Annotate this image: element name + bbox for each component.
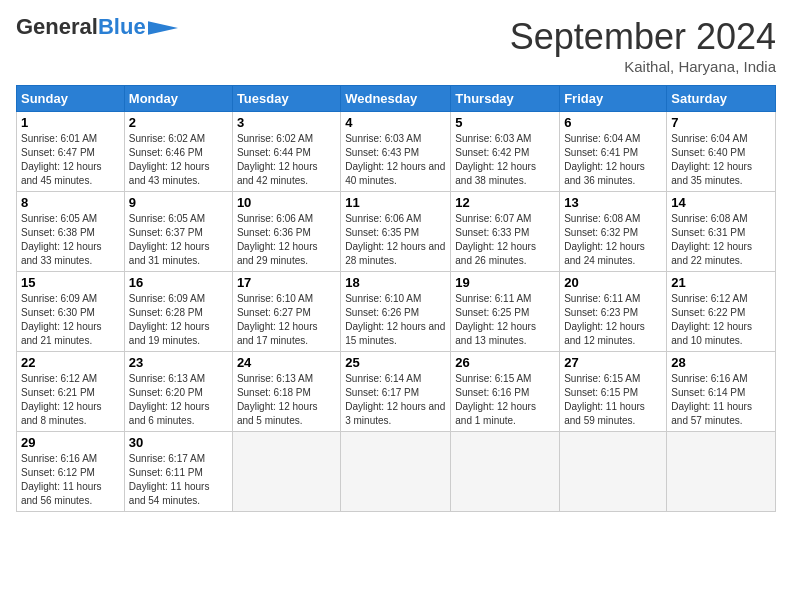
day-info: Sunrise: 6:04 AMSunset: 6:40 PMDaylight:… [671, 132, 771, 188]
table-row: 10 Sunrise: 6:06 AMSunset: 6:36 PMDaylig… [232, 192, 340, 272]
header: GeneralBlue September 2024 Kaithal, Hary… [16, 16, 776, 75]
day-info: Sunrise: 6:08 AMSunset: 6:31 PMDaylight:… [671, 212, 771, 268]
month-title: September 2024 [510, 16, 776, 58]
day-info: Sunrise: 6:16 AMSunset: 6:14 PMDaylight:… [671, 372, 771, 428]
table-row: 18 Sunrise: 6:10 AMSunset: 6:26 PMDaylig… [341, 272, 451, 352]
day-info: Sunrise: 6:15 AMSunset: 6:16 PMDaylight:… [455, 372, 555, 428]
table-row: 22 Sunrise: 6:12 AMSunset: 6:21 PMDaylig… [17, 352, 125, 432]
table-row: 3 Sunrise: 6:02 AMSunset: 6:44 PMDayligh… [232, 112, 340, 192]
day-number: 3 [237, 115, 336, 130]
day-number: 30 [129, 435, 228, 450]
day-number: 21 [671, 275, 771, 290]
day-info: Sunrise: 6:02 AMSunset: 6:44 PMDaylight:… [237, 132, 336, 188]
col-wednesday: Wednesday [341, 86, 451, 112]
table-row: 2 Sunrise: 6:02 AMSunset: 6:46 PMDayligh… [124, 112, 232, 192]
day-number: 18 [345, 275, 446, 290]
col-friday: Friday [560, 86, 667, 112]
day-number: 25 [345, 355, 446, 370]
day-info: Sunrise: 6:11 AMSunset: 6:25 PMDaylight:… [455, 292, 555, 348]
table-row: 13 Sunrise: 6:08 AMSunset: 6:32 PMDaylig… [560, 192, 667, 272]
day-number: 9 [129, 195, 228, 210]
table-row: 14 Sunrise: 6:08 AMSunset: 6:31 PMDaylig… [667, 192, 776, 272]
table-row: 12 Sunrise: 6:07 AMSunset: 6:33 PMDaylig… [451, 192, 560, 272]
table-row: 8 Sunrise: 6:05 AMSunset: 6:38 PMDayligh… [17, 192, 125, 272]
day-number: 16 [129, 275, 228, 290]
day-number: 5 [455, 115, 555, 130]
day-number: 10 [237, 195, 336, 210]
table-row: 1 Sunrise: 6:01 AMSunset: 6:47 PMDayligh… [17, 112, 125, 192]
day-number: 15 [21, 275, 120, 290]
table-row: 27 Sunrise: 6:15 AMSunset: 6:15 PMDaylig… [560, 352, 667, 432]
day-info: Sunrise: 6:13 AMSunset: 6:18 PMDaylight:… [237, 372, 336, 428]
table-row: 25 Sunrise: 6:14 AMSunset: 6:17 PMDaylig… [341, 352, 451, 432]
table-row: 6 Sunrise: 6:04 AMSunset: 6:41 PMDayligh… [560, 112, 667, 192]
table-row: 15 Sunrise: 6:09 AMSunset: 6:30 PMDaylig… [17, 272, 125, 352]
day-info: Sunrise: 6:11 AMSunset: 6:23 PMDaylight:… [564, 292, 662, 348]
day-info: Sunrise: 6:09 AMSunset: 6:30 PMDaylight:… [21, 292, 120, 348]
table-row: 23 Sunrise: 6:13 AMSunset: 6:20 PMDaylig… [124, 352, 232, 432]
day-info: Sunrise: 6:05 AMSunset: 6:37 PMDaylight:… [129, 212, 228, 268]
day-number: 17 [237, 275, 336, 290]
day-info: Sunrise: 6:13 AMSunset: 6:20 PMDaylight:… [129, 372, 228, 428]
table-row [451, 432, 560, 512]
day-number: 27 [564, 355, 662, 370]
table-row: 5 Sunrise: 6:03 AMSunset: 6:42 PMDayligh… [451, 112, 560, 192]
col-monday: Monday [124, 86, 232, 112]
day-info: Sunrise: 6:06 AMSunset: 6:36 PMDaylight:… [237, 212, 336, 268]
day-info: Sunrise: 6:02 AMSunset: 6:46 PMDaylight:… [129, 132, 228, 188]
calendar-header-row: Sunday Monday Tuesday Wednesday Thursday… [17, 86, 776, 112]
svg-marker-0 [148, 21, 178, 35]
day-number: 2 [129, 115, 228, 130]
col-thursday: Thursday [451, 86, 560, 112]
day-number: 14 [671, 195, 771, 210]
day-info: Sunrise: 6:07 AMSunset: 6:33 PMDaylight:… [455, 212, 555, 268]
location: Kaithal, Haryana, India [510, 58, 776, 75]
day-number: 7 [671, 115, 771, 130]
day-number: 22 [21, 355, 120, 370]
day-info: Sunrise: 6:14 AMSunset: 6:17 PMDaylight:… [345, 372, 446, 428]
day-info: Sunrise: 6:15 AMSunset: 6:15 PMDaylight:… [564, 372, 662, 428]
table-row: 19 Sunrise: 6:11 AMSunset: 6:25 PMDaylig… [451, 272, 560, 352]
calendar-week-row: 29 Sunrise: 6:16 AMSunset: 6:12 PMDaylig… [17, 432, 776, 512]
logo: GeneralBlue [16, 16, 178, 38]
day-info: Sunrise: 6:04 AMSunset: 6:41 PMDaylight:… [564, 132, 662, 188]
calendar-table: Sunday Monday Tuesday Wednesday Thursday… [16, 85, 776, 512]
table-row: 16 Sunrise: 6:09 AMSunset: 6:28 PMDaylig… [124, 272, 232, 352]
day-number: 4 [345, 115, 446, 130]
table-row [341, 432, 451, 512]
calendar-week-row: 15 Sunrise: 6:09 AMSunset: 6:30 PMDaylig… [17, 272, 776, 352]
table-row: 30 Sunrise: 6:17 AMSunset: 6:11 PMDaylig… [124, 432, 232, 512]
table-row: 26 Sunrise: 6:15 AMSunset: 6:16 PMDaylig… [451, 352, 560, 432]
table-row: 17 Sunrise: 6:10 AMSunset: 6:27 PMDaylig… [232, 272, 340, 352]
day-info: Sunrise: 6:10 AMSunset: 6:27 PMDaylight:… [237, 292, 336, 348]
day-info: Sunrise: 6:10 AMSunset: 6:26 PMDaylight:… [345, 292, 446, 348]
day-info: Sunrise: 6:16 AMSunset: 6:12 PMDaylight:… [21, 452, 120, 508]
day-number: 20 [564, 275, 662, 290]
day-number: 8 [21, 195, 120, 210]
table-row: 7 Sunrise: 6:04 AMSunset: 6:40 PMDayligh… [667, 112, 776, 192]
day-number: 19 [455, 275, 555, 290]
table-row: 21 Sunrise: 6:12 AMSunset: 6:22 PMDaylig… [667, 272, 776, 352]
day-info: Sunrise: 6:06 AMSunset: 6:35 PMDaylight:… [345, 212, 446, 268]
day-number: 6 [564, 115, 662, 130]
table-row: 24 Sunrise: 6:13 AMSunset: 6:18 PMDaylig… [232, 352, 340, 432]
day-number: 13 [564, 195, 662, 210]
table-row: 29 Sunrise: 6:16 AMSunset: 6:12 PMDaylig… [17, 432, 125, 512]
table-row [667, 432, 776, 512]
table-row: 20 Sunrise: 6:11 AMSunset: 6:23 PMDaylig… [560, 272, 667, 352]
table-row: 28 Sunrise: 6:16 AMSunset: 6:14 PMDaylig… [667, 352, 776, 432]
col-tuesday: Tuesday [232, 86, 340, 112]
logo-icon [148, 21, 178, 35]
calendar-week-row: 1 Sunrise: 6:01 AMSunset: 6:47 PMDayligh… [17, 112, 776, 192]
day-info: Sunrise: 6:12 AMSunset: 6:21 PMDaylight:… [21, 372, 120, 428]
day-number: 29 [21, 435, 120, 450]
calendar-week-row: 8 Sunrise: 6:05 AMSunset: 6:38 PMDayligh… [17, 192, 776, 272]
day-info: Sunrise: 6:09 AMSunset: 6:28 PMDaylight:… [129, 292, 228, 348]
day-number: 12 [455, 195, 555, 210]
day-info: Sunrise: 6:08 AMSunset: 6:32 PMDaylight:… [564, 212, 662, 268]
day-number: 24 [237, 355, 336, 370]
day-info: Sunrise: 6:17 AMSunset: 6:11 PMDaylight:… [129, 452, 228, 508]
day-info: Sunrise: 6:03 AMSunset: 6:42 PMDaylight:… [455, 132, 555, 188]
day-number: 26 [455, 355, 555, 370]
table-row: 4 Sunrise: 6:03 AMSunset: 6:43 PMDayligh… [341, 112, 451, 192]
